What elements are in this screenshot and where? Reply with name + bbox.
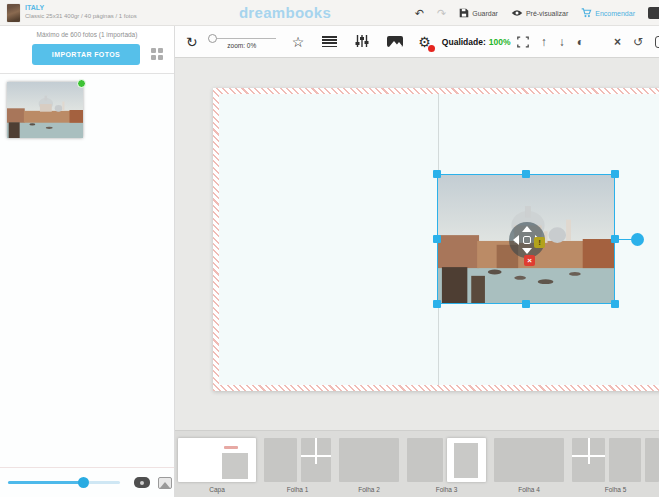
save-button[interactable]: Guardar [459, 8, 498, 18]
thumbnail-size-knob[interactable] [78, 477, 89, 488]
send-backward-icon[interactable]: ↓ [559, 36, 565, 48]
current-page-photo-placeholder [454, 443, 478, 478]
preview-button[interactable]: Pré-visualizar [511, 9, 568, 17]
photo-used-badge [77, 79, 86, 88]
resize-handle-top-left[interactable] [433, 170, 441, 178]
sidebar-footer [0, 467, 174, 497]
import-photos-button[interactable]: IMPORTAR FOTOS [32, 44, 140, 65]
current-page-thumb[interactable] [447, 438, 486, 482]
move-down-arrow-icon [522, 248, 532, 254]
settings-alert-badge [428, 45, 435, 52]
page-thumb[interactable] [407, 438, 443, 482]
menu-icon[interactable] [648, 7, 659, 19]
page-folha-5[interactable]: Folha 5 [572, 438, 659, 493]
zoom-label: zoom: 0% [227, 42, 256, 49]
undo-icon[interactable]: ↶ [415, 8, 424, 19]
move-center-icon [523, 236, 531, 244]
dreambooks-logo: dreambooks [225, 4, 345, 21]
zoom-knob[interactable] [208, 34, 217, 43]
save-label: Guardar [472, 10, 498, 17]
move-up-arrow-icon [522, 226, 532, 232]
page-label: Folha 3 [436, 486, 458, 493]
project-cover-thumbnail [7, 4, 20, 22]
page-label: Folha 4 [518, 486, 540, 493]
cover-title-mark [224, 446, 238, 449]
editor-main: ↻ zoom: 0% ☆ ⚙ Qualidade: 100% [175, 26, 659, 497]
page-label: Folha 2 [358, 486, 380, 493]
eye-icon [511, 9, 523, 17]
page-thumb[interactable] [494, 438, 564, 482]
stretch-handle-knob[interactable] [631, 233, 644, 246]
contrast-icon[interactable]: ◐ [577, 36, 584, 48]
zoom-slider[interactable]: zoom: 0% [206, 34, 278, 49]
cover-photo-placeholder [222, 453, 248, 479]
venice-photo-thumb [7, 82, 83, 138]
rotate-ccw-icon[interactable]: ↺ [633, 36, 643, 48]
top-bar: ITALY Classic 25x31 400gr / 40 páginas /… [0, 0, 659, 26]
top-actions: ↶ ↷ Guardar Pré-visualizar Encomendar [415, 0, 659, 26]
page-folha-2[interactable]: Folha 2 [339, 438, 399, 493]
project-info: ITALY Classic 25x31 400gr / 40 páginas /… [0, 4, 137, 22]
project-subtitle: Classic 25x31 400gr / 40 páginas / 1 fot… [25, 13, 137, 21]
adjustments-icon[interactable] [355, 33, 369, 51]
page-folha-4[interactable]: Folha 4 [494, 438, 564, 493]
favorite-icon[interactable]: ☆ [292, 35, 305, 49]
cover-thumb[interactable] [178, 438, 256, 482]
resize-handle-top-right[interactable] [611, 170, 619, 178]
page-thumb[interactable] [609, 438, 641, 482]
hide-used-icon[interactable] [134, 477, 150, 488]
canvas: ! × [175, 58, 659, 430]
resize-handle-bottom-right[interactable] [611, 300, 619, 308]
background-photo-icon[interactable] [387, 36, 403, 47]
project-title: ITALY [25, 4, 137, 13]
cart-icon [581, 8, 592, 18]
rotate-icon[interactable]: ↻ [186, 35, 198, 49]
order-button[interactable]: Encomendar [581, 8, 635, 18]
photo-thumbnail[interactable] [7, 82, 83, 138]
quality-indicator: Qualidade: 100% [442, 37, 511, 47]
quality-label: Qualidade: [442, 37, 486, 47]
page-thumb[interactable] [264, 438, 297, 482]
selected-photo-frame[interactable]: ! × [437, 174, 615, 304]
page-folha-1[interactable]: Folha 1 [264, 438, 331, 493]
more-tools-icon[interactable] [655, 36, 659, 48]
warning-badge-icon: ! [534, 237, 545, 248]
page-thumb[interactable] [645, 438, 659, 482]
resize-handle-bottom[interactable] [522, 300, 530, 308]
photo-view-icon[interactable] [158, 477, 172, 489]
editor-toolbar: ↻ zoom: 0% ☆ ⚙ Qualidade: 100% [175, 26, 659, 58]
resize-handle-left[interactable] [433, 235, 441, 243]
pages-filmstrip: Capa Folha 1 Folha 2 [175, 430, 659, 497]
dreambooks-editor: ITALY Classic 25x31 400gr / 40 páginas /… [0, 0, 659, 497]
arrange-tools: ↑ ↓ ◐ × ↺ [517, 36, 659, 48]
bring-forward-icon[interactable]: ↑ [541, 36, 547, 48]
sidebar-header: Máximo de 600 fotos (1 importada) IMPORT… [0, 26, 174, 74]
error-badge-icon: × [524, 255, 535, 266]
layouts-icon[interactable] [322, 36, 337, 47]
page-label: Folha 1 [287, 486, 309, 493]
floppy-icon [459, 8, 469, 18]
redo-icon[interactable]: ↷ [437, 8, 446, 19]
delete-icon[interactable]: × [614, 36, 621, 48]
page-folha-3[interactable]: Folha 3 [407, 438, 486, 493]
page-thumb[interactable] [301, 438, 331, 482]
resize-handle-top[interactable] [522, 170, 530, 178]
page-thumb[interactable] [339, 438, 399, 482]
page-thumb[interactable] [572, 438, 605, 482]
settings-button[interactable]: ⚙ [418, 33, 431, 51]
photos-summary: Máximo de 600 fotos (1 importada) [0, 31, 174, 38]
stretch-handle-line [614, 239, 632, 241]
fit-screen-icon[interactable] [517, 36, 529, 48]
photos-sidebar: Máximo de 600 fotos (1 importada) IMPORT… [0, 26, 175, 497]
page-label: Capa [209, 486, 225, 493]
quality-value: 100% [489, 37, 511, 47]
thumbnail-size-slider[interactable] [8, 481, 120, 484]
page-cover[interactable]: Capa [178, 438, 256, 493]
move-left-arrow-icon [513, 235, 519, 245]
order-label: Encomendar [595, 10, 635, 17]
grid-view-icon[interactable] [151, 48, 164, 61]
page-label: Folha 5 [605, 486, 627, 493]
preview-label: Pré-visualizar [526, 10, 568, 17]
resize-handle-bottom-left[interactable] [433, 300, 441, 308]
